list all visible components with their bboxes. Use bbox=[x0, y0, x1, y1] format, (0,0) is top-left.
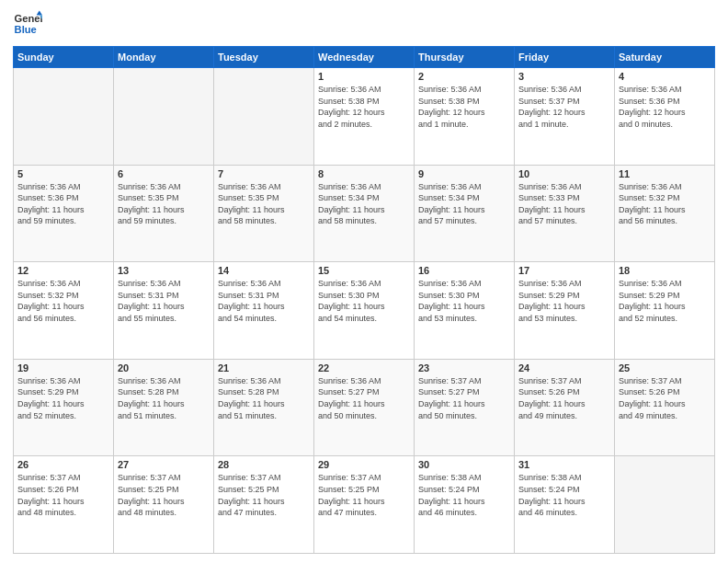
calendar-cell: 7Sunrise: 5:36 AM Sunset: 5:35 PM Daylig… bbox=[214, 165, 314, 262]
calendar-table: SundayMondayTuesdayWednesdayThursdayFrid… bbox=[13, 46, 715, 554]
page: General Blue SundayMondayTuesdayWednesda… bbox=[0, 0, 728, 563]
day-info: Sunrise: 5:36 AM Sunset: 5:29 PM Dayligh… bbox=[619, 278, 711, 324]
day-number: 23 bbox=[418, 362, 510, 373]
header: General Blue bbox=[13, 9, 715, 39]
day-number: 9 bbox=[418, 168, 510, 179]
calendar-cell: 20Sunrise: 5:36 AM Sunset: 5:28 PM Dayli… bbox=[114, 359, 214, 456]
calendar-cell: 27Sunrise: 5:37 AM Sunset: 5:25 PM Dayli… bbox=[114, 456, 214, 554]
weekday-header-row: SundayMondayTuesdayWednesdayThursdayFrid… bbox=[14, 47, 715, 68]
day-info: Sunrise: 5:38 AM Sunset: 5:24 PM Dayligh… bbox=[518, 472, 610, 518]
logo-icon: General Blue bbox=[13, 9, 42, 39]
calendar-cell bbox=[114, 68, 214, 166]
day-number: 6 bbox=[118, 168, 210, 179]
day-info: Sunrise: 5:36 AM Sunset: 5:33 PM Dayligh… bbox=[518, 181, 610, 227]
day-number: 20 bbox=[118, 362, 210, 373]
day-info: Sunrise: 5:36 AM Sunset: 5:31 PM Dayligh… bbox=[218, 278, 310, 324]
day-number: 18 bbox=[619, 265, 711, 276]
day-info: Sunrise: 5:36 AM Sunset: 5:37 PM Dayligh… bbox=[518, 84, 610, 130]
calendar-cell: 11Sunrise: 5:36 AM Sunset: 5:32 PM Dayli… bbox=[615, 165, 715, 262]
day-info: Sunrise: 5:36 AM Sunset: 5:35 PM Dayligh… bbox=[218, 181, 310, 227]
day-number: 11 bbox=[619, 168, 711, 179]
day-info: Sunrise: 5:37 AM Sunset: 5:25 PM Dayligh… bbox=[218, 472, 310, 518]
calendar-cell: 5Sunrise: 5:36 AM Sunset: 5:36 PM Daylig… bbox=[14, 165, 114, 262]
day-info: Sunrise: 5:36 AM Sunset: 5:31 PM Dayligh… bbox=[118, 278, 210, 324]
weekday-thursday: Thursday bbox=[415, 47, 515, 68]
calendar-cell: 12Sunrise: 5:36 AM Sunset: 5:32 PM Dayli… bbox=[14, 262, 114, 360]
day-info: Sunrise: 5:37 AM Sunset: 5:27 PM Dayligh… bbox=[418, 375, 510, 421]
day-info: Sunrise: 5:36 AM Sunset: 5:36 PM Dayligh… bbox=[619, 84, 711, 130]
day-info: Sunrise: 5:36 AM Sunset: 5:34 PM Dayligh… bbox=[318, 181, 410, 227]
weekday-sunday: Sunday bbox=[14, 47, 114, 68]
day-info: Sunrise: 5:36 AM Sunset: 5:34 PM Dayligh… bbox=[418, 181, 510, 227]
calendar-cell: 6Sunrise: 5:36 AM Sunset: 5:35 PM Daylig… bbox=[114, 165, 214, 262]
calendar-cell: 14Sunrise: 5:36 AM Sunset: 5:31 PM Dayli… bbox=[214, 262, 314, 360]
day-info: Sunrise: 5:36 AM Sunset: 5:36 PM Dayligh… bbox=[17, 181, 109, 227]
weekday-wednesday: Wednesday bbox=[314, 47, 415, 68]
weekday-tuesday: Tuesday bbox=[214, 47, 314, 68]
calendar-cell: 26Sunrise: 5:37 AM Sunset: 5:26 PM Dayli… bbox=[14, 456, 114, 554]
calendar-cell bbox=[615, 456, 715, 554]
calendar-cell: 8Sunrise: 5:36 AM Sunset: 5:34 PM Daylig… bbox=[314, 165, 415, 262]
day-number: 31 bbox=[518, 459, 610, 470]
calendar-cell: 21Sunrise: 5:36 AM Sunset: 5:28 PM Dayli… bbox=[214, 359, 314, 456]
day-info: Sunrise: 5:37 AM Sunset: 5:25 PM Dayligh… bbox=[118, 472, 210, 518]
day-info: Sunrise: 5:36 AM Sunset: 5:27 PM Dayligh… bbox=[318, 375, 410, 421]
calendar-cell: 13Sunrise: 5:36 AM Sunset: 5:31 PM Dayli… bbox=[114, 262, 214, 360]
day-info: Sunrise: 5:36 AM Sunset: 5:35 PM Dayligh… bbox=[118, 181, 210, 227]
day-info: Sunrise: 5:36 AM Sunset: 5:38 PM Dayligh… bbox=[418, 84, 510, 130]
day-number: 22 bbox=[318, 362, 410, 373]
day-info: Sunrise: 5:37 AM Sunset: 5:26 PM Dayligh… bbox=[619, 375, 711, 421]
logo: General Blue bbox=[13, 9, 42, 39]
day-number: 14 bbox=[218, 265, 310, 276]
weekday-saturday: Saturday bbox=[615, 47, 715, 68]
day-info: Sunrise: 5:37 AM Sunset: 5:26 PM Dayligh… bbox=[518, 375, 610, 421]
day-number: 8 bbox=[318, 168, 410, 179]
day-number: 27 bbox=[118, 459, 210, 470]
calendar-cell: 22Sunrise: 5:36 AM Sunset: 5:27 PM Dayli… bbox=[314, 359, 415, 456]
day-info: Sunrise: 5:36 AM Sunset: 5:28 PM Dayligh… bbox=[218, 375, 310, 421]
day-number: 2 bbox=[418, 71, 510, 82]
calendar-cell: 28Sunrise: 5:37 AM Sunset: 5:25 PM Dayli… bbox=[214, 456, 314, 554]
week-row-3: 12Sunrise: 5:36 AM Sunset: 5:32 PM Dayli… bbox=[14, 262, 715, 360]
calendar-cell bbox=[14, 68, 114, 166]
calendar-cell: 19Sunrise: 5:36 AM Sunset: 5:29 PM Dayli… bbox=[14, 359, 114, 456]
day-number: 19 bbox=[17, 362, 109, 373]
day-number: 29 bbox=[318, 459, 410, 470]
weekday-friday: Friday bbox=[515, 47, 615, 68]
day-number: 16 bbox=[418, 265, 510, 276]
calendar-cell: 3Sunrise: 5:36 AM Sunset: 5:37 PM Daylig… bbox=[515, 68, 615, 166]
day-info: Sunrise: 5:36 AM Sunset: 5:29 PM Dayligh… bbox=[17, 375, 109, 421]
day-number: 12 bbox=[17, 265, 109, 276]
week-row-5: 26Sunrise: 5:37 AM Sunset: 5:26 PM Dayli… bbox=[14, 456, 715, 554]
calendar-cell: 9Sunrise: 5:36 AM Sunset: 5:34 PM Daylig… bbox=[415, 165, 515, 262]
svg-text:Blue: Blue bbox=[15, 24, 37, 35]
calendar-cell: 16Sunrise: 5:36 AM Sunset: 5:30 PM Dayli… bbox=[415, 262, 515, 360]
calendar-cell: 31Sunrise: 5:38 AM Sunset: 5:24 PM Dayli… bbox=[515, 456, 615, 554]
calendar-cell: 10Sunrise: 5:36 AM Sunset: 5:33 PM Dayli… bbox=[515, 165, 615, 262]
calendar-cell: 30Sunrise: 5:38 AM Sunset: 5:24 PM Dayli… bbox=[415, 456, 515, 554]
day-number: 30 bbox=[418, 459, 510, 470]
week-row-1: 1Sunrise: 5:36 AM Sunset: 5:38 PM Daylig… bbox=[14, 68, 715, 166]
day-number: 15 bbox=[318, 265, 410, 276]
day-info: Sunrise: 5:36 AM Sunset: 5:32 PM Dayligh… bbox=[17, 278, 109, 324]
day-number: 24 bbox=[518, 362, 610, 373]
day-number: 3 bbox=[518, 71, 610, 82]
day-number: 7 bbox=[218, 168, 310, 179]
calendar-cell: 17Sunrise: 5:36 AM Sunset: 5:29 PM Dayli… bbox=[515, 262, 615, 360]
calendar-cell: 23Sunrise: 5:37 AM Sunset: 5:27 PM Dayli… bbox=[415, 359, 515, 456]
week-row-2: 5Sunrise: 5:36 AM Sunset: 5:36 PM Daylig… bbox=[14, 165, 715, 262]
day-number: 17 bbox=[518, 265, 610, 276]
weekday-monday: Monday bbox=[114, 47, 214, 68]
calendar-cell: 29Sunrise: 5:37 AM Sunset: 5:25 PM Dayli… bbox=[314, 456, 415, 554]
calendar-cell: 1Sunrise: 5:36 AM Sunset: 5:38 PM Daylig… bbox=[314, 68, 415, 166]
calendar-cell: 2Sunrise: 5:36 AM Sunset: 5:38 PM Daylig… bbox=[415, 68, 515, 166]
day-info: Sunrise: 5:36 AM Sunset: 5:30 PM Dayligh… bbox=[418, 278, 510, 324]
day-info: Sunrise: 5:37 AM Sunset: 5:26 PM Dayligh… bbox=[17, 472, 109, 518]
day-info: Sunrise: 5:36 AM Sunset: 5:38 PM Dayligh… bbox=[318, 84, 410, 130]
day-number: 10 bbox=[518, 168, 610, 179]
day-number: 1 bbox=[318, 71, 410, 82]
day-number: 28 bbox=[218, 459, 310, 470]
day-info: Sunrise: 5:36 AM Sunset: 5:29 PM Dayligh… bbox=[518, 278, 610, 324]
calendar-cell: 18Sunrise: 5:36 AM Sunset: 5:29 PM Dayli… bbox=[615, 262, 715, 360]
day-number: 13 bbox=[118, 265, 210, 276]
